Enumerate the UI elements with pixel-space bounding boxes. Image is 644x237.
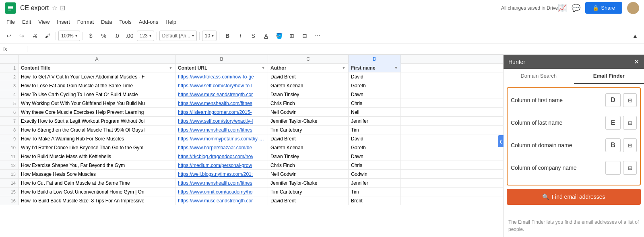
cell-content-author[interactable]: Dawn Tinsley xyxy=(268,152,349,161)
field-badge-lastname[interactable]: E xyxy=(605,116,621,130)
cell-content-url[interactable]: https://www.muscleandstrength.cor xyxy=(175,196,268,205)
cell-content-url[interactable]: Content URL ▼ xyxy=(175,64,268,72)
menu-help[interactable]: Help xyxy=(162,18,180,26)
cell-content-url[interactable]: https://www.menshealth.com/fitnes xyxy=(175,99,268,107)
star-icon[interactable]: ☆ xyxy=(52,4,58,12)
cell-content-firstname[interactable]: Tim xyxy=(349,188,401,196)
cell-content-author[interactable]: Neil Godwin xyxy=(268,108,349,116)
cell-content-title[interactable]: Why these Core Muscle Exercises Help Pre… xyxy=(19,108,175,116)
undo-button[interactable]: ↩ xyxy=(3,30,14,41)
cell-content-url[interactable]: https://www.fitneass.com/how-to-ge xyxy=(175,72,268,81)
cell-content-title[interactable]: How to Build a Low Cost Unconventional H… xyxy=(19,188,175,196)
cell-content-url[interactable]: https://www.mommypotamus.com/diy-wa xyxy=(175,134,268,143)
menu-format[interactable]: Format xyxy=(74,18,97,26)
field-badge-firstname[interactable]: D xyxy=(605,93,621,107)
cell-content-title[interactable]: How Exercise Shapes You, Far Beyond the … xyxy=(19,161,175,169)
cell-content-author[interactable]: Chris Finch xyxy=(268,161,349,169)
cell-content-url[interactable]: https://well.blogs.nytimes.com/201: xyxy=(175,170,268,178)
percent-button[interactable]: % xyxy=(98,30,109,41)
cell-content-url[interactable]: https://medium.com/personal-grow xyxy=(175,161,268,169)
currency-button[interactable]: $ xyxy=(85,30,97,41)
decimal-more-button[interactable]: .00 xyxy=(124,30,135,41)
cell-content-url[interactable]: https://ilslearningcorner.com/2015- xyxy=(175,108,268,116)
cell-content-url[interactable]: https://www.onnit.com/academy/ho xyxy=(175,188,268,196)
cell-content-title[interactable]: How to Build Muscle Mass with Kettlebell… xyxy=(19,152,175,161)
tab-email-finder[interactable]: Email Finder xyxy=(574,69,644,84)
cell-content-url[interactable]: https://www.menshealth.com/fitnes xyxy=(175,179,268,187)
menu-insert[interactable]: Insert xyxy=(54,18,73,26)
cell-content-author[interactable]: Gareth Keenan xyxy=(268,81,349,90)
cell-content-url[interactable]: https://www.self.com/story/exactly-l xyxy=(175,117,268,125)
cell-content-title[interactable]: How to Strengthen the Crucial Muscle Tha… xyxy=(19,126,175,134)
cell-content-firstname[interactable]: Jennifer xyxy=(349,117,401,125)
sort-icon-b[interactable]: ▼ xyxy=(261,66,265,70)
find-email-button[interactable]: 🔍 Find email addresses xyxy=(507,189,641,205)
field-grid-lastname[interactable]: ⊞ xyxy=(623,116,637,130)
col-header-d[interactable]: D xyxy=(349,55,401,64)
cell-content-author[interactable]: Neil Godwin xyxy=(268,170,349,178)
chart-icon[interactable]: 📈 xyxy=(558,4,567,12)
cell-content-title[interactable]: Exactly How to Start a Legit Workout Pro… xyxy=(19,117,175,125)
cell-content-title[interactable]: Content Title ▼ xyxy=(19,64,175,72)
avatar[interactable] xyxy=(627,2,639,14)
cell-content-author[interactable]: David Brent xyxy=(268,134,349,143)
menu-addons[interactable]: Add-ons xyxy=(136,18,161,26)
tab-domain-search[interactable]: Domain Search xyxy=(504,69,574,84)
cell-content-title[interactable]: How to Cut Fat and Gain Muscle at the Sa… xyxy=(19,179,175,187)
sort-icon-d[interactable]: ▼ xyxy=(394,66,398,70)
cell-content-firstname[interactable]: Gareth xyxy=(349,81,401,90)
cell-content-title[interactable]: How To Get A V Cut In Your Lower Abdomin… xyxy=(19,72,175,81)
cell-content-firstname[interactable]: Godwin xyxy=(349,170,401,178)
cell-content-firstname[interactable]: Chris xyxy=(349,99,401,107)
cell-content-url[interactable]: https://rkcblog.dragondoor.com/hov xyxy=(175,152,268,161)
cell-content-title[interactable]: How To Use Carb Cycling To Lose Fat Or B… xyxy=(19,90,175,99)
menu-data[interactable]: Data xyxy=(98,18,115,26)
cell-content-url[interactable]: https://www.menshealth.com/fitnes xyxy=(175,126,268,134)
cell-content-firstname[interactable]: Neil xyxy=(349,108,401,116)
col-header-a[interactable]: A xyxy=(19,55,175,64)
cell-content-author[interactable]: Tim Cantebury xyxy=(268,126,349,134)
fill-color-button[interactable]: 🪣 xyxy=(273,30,285,41)
borders-button[interactable]: ⊞ xyxy=(286,30,297,41)
more-toolbar[interactable]: ⋯ xyxy=(312,30,323,41)
share-button[interactable]: 🔒 Share xyxy=(585,2,622,14)
underline-button[interactable]: A xyxy=(260,30,272,41)
hunter-close-button[interactable]: ✕ xyxy=(634,58,639,66)
cell-content-title[interactable]: How To Make A Warming Rub For Sore Muscl… xyxy=(19,134,175,143)
field-grid-firstname[interactable]: ⊞ xyxy=(623,93,637,107)
strikethrough-button[interactable]: S xyxy=(248,30,259,41)
cell-content-title[interactable]: How to Lose Fat and Gain Muscle at the S… xyxy=(19,81,175,90)
merge-button[interactable]: ⊟ xyxy=(299,30,310,41)
field-badge-company[interactable] xyxy=(605,161,621,175)
cell-content-author[interactable]: Gareth Keenan xyxy=(268,143,349,152)
bold-button[interactable]: B xyxy=(222,30,233,41)
cell-content-author[interactable]: Jennifer Taylor-Clarke xyxy=(268,117,349,125)
folder-icon[interactable]: ⊡ xyxy=(60,4,65,12)
cell-content-author[interactable]: Jennifer Taylor-Clarke xyxy=(268,179,349,187)
cell-content-firstname[interactable]: David xyxy=(349,72,401,81)
sort-icon-c[interactable]: ▼ xyxy=(342,66,346,70)
print-button[interactable]: 🖨 xyxy=(29,30,40,41)
decimal-less-button[interactable]: .0 xyxy=(111,30,122,41)
cell-content-title[interactable]: Why Working Out With Your Girlfriend Hel… xyxy=(19,99,175,107)
paint-format-button[interactable]: 🖌 xyxy=(42,30,53,41)
comment-icon[interactable]: 💬 xyxy=(572,4,580,12)
menu-tools[interactable]: Tools xyxy=(116,18,134,26)
field-badge-domain[interactable]: B xyxy=(605,138,621,152)
cell-content-firstname[interactable]: David xyxy=(349,134,401,143)
cell-content-firstname[interactable]: Dawn xyxy=(349,152,401,161)
sort-icon-a[interactable]: ▼ xyxy=(169,66,173,70)
zoom-dropdown[interactable]: 100% ▾ xyxy=(58,31,80,41)
cell-content-firstname[interactable]: Chris xyxy=(349,161,401,169)
menu-edit[interactable]: Edit xyxy=(19,18,34,26)
cell-content-firstname[interactable]: Jennifer xyxy=(349,179,401,187)
menu-file[interactable]: File xyxy=(3,18,18,26)
cell-content-author[interactable]: Chris Finch xyxy=(268,99,349,107)
field-grid-domain[interactable]: ⊞ xyxy=(623,138,637,152)
font-dropdown[interactable]: Default (Ari... ▾ xyxy=(159,31,197,41)
cell-content-author[interactable]: Dawn Tinsley xyxy=(268,90,349,99)
collapse-toolbar[interactable]: ▲ xyxy=(630,30,641,41)
cell-content-firstname[interactable]: Gareth xyxy=(349,143,401,152)
cell-content-author[interactable]: Author ▼ xyxy=(268,64,349,72)
cell-content-author[interactable]: David Brent xyxy=(268,196,349,205)
